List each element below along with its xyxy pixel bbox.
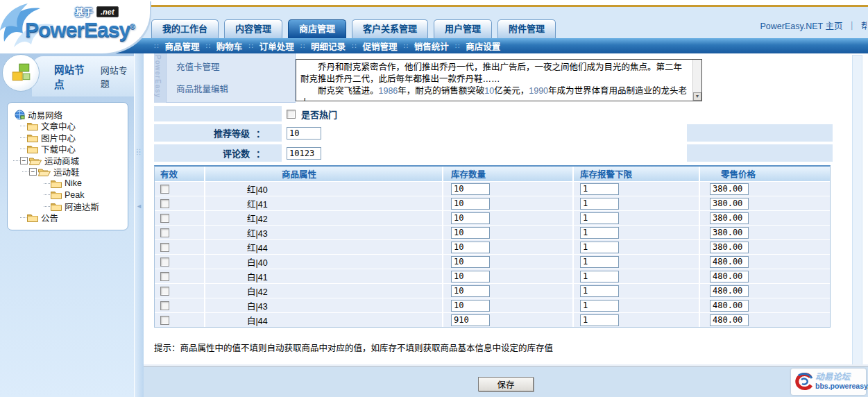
tree-item-动易网络[interactable]: 动易网络: [13, 109, 126, 121]
form-rows: 是否热门 推荐等级： 评论数：: [154, 106, 833, 162]
stock-quantity-cell: [443, 240, 574, 254]
is-hot-checkbox[interactable]: [287, 110, 296, 119]
sidebar-tabs: 网站节点 网站专题: [32, 56, 134, 96]
retail-price-cell: [700, 269, 827, 283]
side-menu-item-充值卡管理[interactable]: 充值卡管理: [176, 60, 295, 73]
subnav-marker-icon: ∷: [248, 42, 253, 50]
stock-quantity-input[interactable]: [451, 198, 490, 210]
scroll-down-icon[interactable]: ▼: [693, 92, 701, 101]
side-menu-item-商品批量编辑[interactable]: 商品批量编辑: [176, 82, 295, 95]
tab-site-topics[interactable]: 网站专题: [101, 63, 134, 90]
stock-warning-limit-cell: [574, 182, 700, 196]
powereasy-home-link[interactable]: PowerEasy.NET 主页: [760, 19, 842, 32]
top-tab-用户管理[interactable]: 用户管理: [434, 19, 492, 38]
editor-scrollbar[interactable]: ▼: [692, 60, 701, 101]
collapse-icon[interactable]: −: [29, 168, 37, 176]
retail-price-input[interactable]: [710, 183, 749, 195]
forum-watermark[interactable]: 动易论坛 bbs.powereasy.net: [791, 369, 866, 395]
row-valid-checkbox[interactable]: [160, 272, 169, 281]
retail-price-input[interactable]: [710, 242, 749, 253]
forum-swirl-icon: [793, 371, 814, 394]
row-valid-checkbox[interactable]: [160, 287, 169, 296]
retail-price-cell: [700, 313, 827, 327]
tree-item-Peak[interactable]: Peak: [13, 189, 126, 201]
tree-connector: [44, 194, 50, 195]
stock-warning-limit-input[interactable]: [580, 314, 619, 326]
stock-warning-limit-input[interactable]: [580, 212, 619, 224]
row-valid-checkbox[interactable]: [160, 243, 169, 252]
subnav-item-商店设置[interactable]: 商店设置: [466, 40, 500, 53]
tree-item-阿迪达斯[interactable]: 阿迪达斯: [13, 201, 126, 212]
subnav-item-订单处理[interactable]: 订单处理: [259, 40, 294, 53]
is-hot-label: 是否热门: [301, 108, 337, 121]
stock-quantity-input[interactable]: [451, 271, 490, 282]
retail-price-input[interactable]: [710, 198, 749, 210]
stock-warning-limit-input[interactable]: [580, 198, 619, 210]
tree-item-公告[interactable]: 公告: [13, 212, 126, 224]
product-intro-editor[interactable]: 乔丹和耐克紧密合作，他们推出乔丹一代，推出广告后，一夜之间他们成为目光的焦点。第…: [296, 59, 702, 101]
recommend-level-input[interactable]: [287, 127, 321, 140]
sidebar-splitter[interactable]: ∷∷ ◄: [134, 53, 144, 397]
stock-warning-limit-input[interactable]: [580, 271, 619, 282]
tree-item-文章中心[interactable]: 文章中心: [13, 121, 126, 133]
retail-price-input[interactable]: [710, 227, 749, 239]
stock-warning-limit-cell: [574, 196, 700, 210]
retail-price-input[interactable]: [710, 212, 749, 224]
row-valid-checkbox[interactable]: [160, 214, 169, 223]
column-header-商品属性: 商品属性: [205, 167, 443, 181]
top-tab-客户关系管理[interactable]: 客户关系管理: [352, 19, 428, 38]
stock-quantity-input[interactable]: [451, 227, 490, 239]
stock-quantity-input[interactable]: [451, 285, 490, 297]
top-tab-内容管理[interactable]: 内容管理: [224, 19, 282, 38]
top-tab-商店管理[interactable]: 商店管理: [288, 19, 346, 38]
retail-price-cell: [700, 196, 827, 210]
retail-price-input[interactable]: [710, 314, 749, 326]
comment-count-input[interactable]: [287, 147, 321, 160]
subnav-item-商品管理[interactable]: 商品管理: [164, 40, 199, 53]
top-tab-附件管理[interactable]: 附件管理: [497, 19, 556, 38]
stock-quantity-input[interactable]: [451, 314, 490, 326]
row-valid-checkbox[interactable]: [160, 185, 169, 194]
recommend-level-label: 推荐等级：: [154, 124, 282, 142]
valid-cell: [155, 196, 205, 210]
retail-price-input[interactable]: [710, 285, 749, 297]
row-valid-checkbox[interactable]: [160, 257, 169, 267]
collapse-icon[interactable]: −: [20, 157, 28, 164]
row-valid-checkbox[interactable]: [160, 199, 169, 208]
stock-warning-limit-input[interactable]: [580, 256, 619, 268]
retail-price-input[interactable]: [710, 300, 749, 312]
tab-site-nodes[interactable]: 网站节点: [54, 62, 92, 91]
tree-indent: [13, 217, 20, 218]
row-valid-checkbox[interactable]: [160, 301, 169, 310]
tree-connector: [20, 137, 26, 138]
tree-item-运动鞋[interactable]: −运动鞋: [13, 167, 126, 178]
tree-item-图片中心[interactable]: 图片中心: [13, 132, 126, 144]
stock-warning-limit-input[interactable]: [580, 242, 619, 253]
subnav-item-销售统计[interactable]: 销售统计: [414, 40, 449, 53]
stock-warning-limit-input[interactable]: [580, 183, 619, 195]
stock-quantity-input[interactable]: [451, 242, 490, 253]
stock-quantity-input[interactable]: [451, 183, 490, 195]
tree-item-Nike[interactable]: Nike: [13, 178, 126, 189]
stock-quantity-input[interactable]: [451, 256, 490, 268]
top-tab-我的工作台[interactable]: 我的工作台: [151, 19, 219, 38]
stock-quantity-input[interactable]: [451, 300, 490, 312]
stock-quantity-input[interactable]: [451, 212, 490, 224]
row-valid-checkbox[interactable]: [160, 316, 169, 325]
stock-warning-limit-cell: [574, 240, 700, 254]
retail-price-input[interactable]: [710, 256, 749, 268]
help-link-partial[interactable]: 帮: [861, 19, 867, 32]
stock-warning-limit-input[interactable]: [580, 285, 619, 297]
stock-warning-limit-input[interactable]: [580, 227, 619, 239]
save-button[interactable]: 保存: [478, 377, 534, 391]
row-valid-checkbox[interactable]: [160, 228, 169, 237]
subnav-item-购物车[interactable]: 购物车: [216, 40, 243, 53]
tree-item-label: 阿迪达斯: [65, 200, 99, 213]
subnav-item-明细记录[interactable]: 明细记录: [311, 40, 346, 53]
content-scrollbar-track[interactable]: [852, 55, 862, 366]
retail-price-input[interactable]: [710, 271, 749, 282]
stock-warning-limit-input[interactable]: [580, 300, 619, 312]
subnav-item-促销管理[interactable]: 促销管理: [362, 40, 397, 53]
tree-item-下载中心[interactable]: 下载中心: [13, 144, 126, 155]
tree-item-运动商城[interactable]: −运动商城: [13, 155, 126, 167]
